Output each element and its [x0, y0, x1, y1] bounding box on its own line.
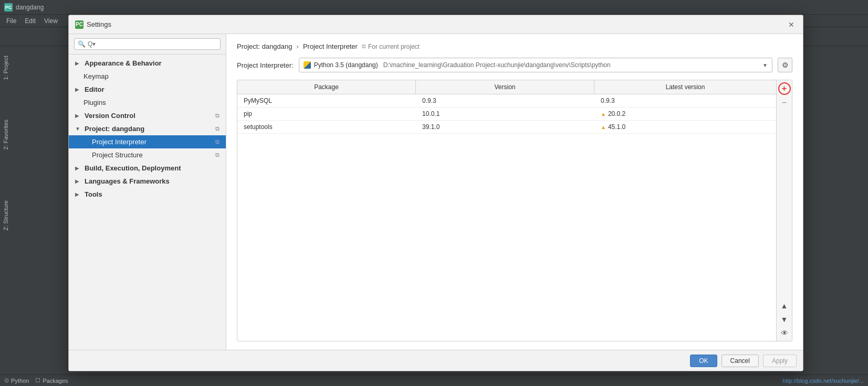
- upgrade-arrow-icon: ▲: [601, 124, 606, 130]
- sidebar-item-languages[interactable]: ▶ Languages & Frameworks: [69, 175, 226, 188]
- close-button[interactable]: ✕: [786, 19, 797, 30]
- sidebar-item-project-interpreter[interactable]: Project Interpreter ⧉: [69, 135, 226, 148]
- menu-file[interactable]: File: [3, 16, 19, 26]
- table-row[interactable]: setuptools 39.1.0 ▲ 45.1.0: [237, 121, 776, 134]
- sidebar-item-appearance[interactable]: ▶ Appearance & Behavior: [69, 57, 226, 70]
- sidebar-item-editor[interactable]: ▶ Editor: [69, 83, 226, 96]
- ide-app-title: dangdang: [16, 4, 44, 11]
- dialog-title-bar: PC Settings ✕: [69, 15, 803, 34]
- settings-nav: ▶ Appearance & Behavior Keymap ▶ Editor …: [69, 55, 226, 350]
- packages-table: Package Version Latest version PyMySQL 0…: [237, 80, 776, 341]
- eye-button[interactable]: 👁: [779, 327, 790, 339]
- package-name: PyMySQL: [237, 94, 416, 107]
- breadcrumb-page: Project Interpreter: [303, 42, 358, 50]
- chevron-icon: ▶: [75, 165, 81, 171]
- breadcrumb-project: Project: dangdang: [237, 42, 292, 50]
- settings-sidebar: 🔍 ▶ Appearance & Behavior Keymap: [69, 34, 226, 350]
- copy-icon: ⧉: [215, 152, 219, 158]
- interpreter-value: Python 3.5 (dangdang): [314, 61, 378, 69]
- sidebar-item-project[interactable]: ▼ Project: dangdang ⧉: [69, 122, 226, 135]
- upgrade-arrow-icon: ▲: [601, 111, 606, 117]
- package-latest: ▲ 20.0.2: [594, 108, 776, 120]
- search-wrapper[interactable]: 🔍: [74, 38, 221, 50]
- ide-bottom-bar: ⊙ Python ☐ Packages http://blog.csdn.net…: [0, 374, 868, 386]
- python-tab[interactable]: ⊙ Python: [4, 377, 29, 384]
- ok-button[interactable]: OK: [690, 355, 717, 367]
- col-package: Package: [237, 80, 416, 94]
- packages-table-wrapper: Package Version Latest version PyMySQL 0…: [237, 80, 792, 341]
- copy-icon: ⧉: [215, 125, 219, 132]
- interpreter-row: Project Interpreter: Python 3.5 (dangdan…: [237, 58, 792, 72]
- copy-icon-breadcrumb: ⧉: [362, 43, 366, 50]
- package-name: setuptools: [237, 121, 416, 133]
- package-version: 0.9.3: [416, 94, 594, 107]
- chevron-icon: ▼: [75, 126, 81, 132]
- chevron-icon: ▶: [75, 60, 81, 66]
- chevron-icon: ▶: [75, 191, 81, 197]
- settings-dialog: PC Settings ✕ 🔍 ▶ Appearanc: [68, 15, 803, 371]
- sidebar-item-tools[interactable]: ▶ Tools: [69, 188, 226, 201]
- packages-tab[interactable]: ☐ Packages: [35, 377, 68, 384]
- table-row[interactable]: pip 10.0.1 ▲ 20.0.2: [237, 108, 776, 121]
- add-package-button[interactable]: +: [778, 82, 791, 95]
- cancel-button[interactable]: Cancel: [721, 355, 759, 367]
- table-row[interactable]: PyMySQL 0.9.3 0.9.3: [237, 94, 776, 108]
- apply-button[interactable]: Apply: [763, 355, 797, 367]
- chevron-icon: ▶: [75, 178, 81, 184]
- table-header: Package Version Latest version: [237, 80, 776, 94]
- col-version: Version: [416, 80, 594, 94]
- tab-favorites[interactable]: 2: Favorites: [1, 115, 11, 154]
- remove-package-button[interactable]: −: [779, 97, 790, 109]
- copy-icon: ⧉: [215, 138, 219, 145]
- breadcrumb-for-current: ⧉ For current project: [362, 43, 420, 50]
- breadcrumb: Project: dangdang › Project Interpreter …: [237, 42, 792, 50]
- chevron-icon: ▶: [75, 113, 81, 119]
- chevron-icon: ▶: [75, 87, 81, 92]
- interpreter-path: D:\machine_learning\Graduation Project-x…: [383, 61, 611, 69]
- search-icon: 🔍: [78, 40, 86, 48]
- scroll-down-button[interactable]: ▼: [779, 314, 790, 325]
- dialog-title-icon: PC: [75, 20, 83, 29]
- sidebar-item-version-control[interactable]: ▶ Version Control ⧉: [69, 109, 226, 122]
- package-name: pip: [237, 108, 416, 120]
- package-latest: 0.9.3: [594, 94, 776, 107]
- sidebar-item-keymap[interactable]: Keymap: [69, 70, 226, 83]
- gear-button[interactable]: ⚙: [778, 58, 792, 72]
- dropdown-arrow-icon: ▼: [762, 62, 768, 68]
- tab-project[interactable]: 1: Project: [1, 51, 11, 84]
- settings-main-content: Project: dangdang › Project Interpreter …: [226, 34, 803, 350]
- ide-vertical-tabs: 1: Project 2: Favorites Z: Structure: [0, 46, 12, 374]
- python-icon: [304, 61, 311, 69]
- menu-edit[interactable]: Edit: [22, 16, 39, 26]
- package-latest: ▲ 45.1.0: [594, 121, 776, 133]
- col-latest: Latest version: [594, 80, 776, 94]
- copy-icon: ⧉: [215, 112, 219, 119]
- package-version: 10.0.1: [416, 108, 594, 120]
- table-actions: + − ▲ ▼ 👁: [776, 80, 792, 341]
- ide-app-icon: PC: [4, 3, 13, 12]
- breadcrumb-arrow: ›: [297, 42, 299, 50]
- search-input[interactable]: [88, 40, 217, 48]
- scroll-up-button[interactable]: ▲: [779, 300, 790, 312]
- tab-structure[interactable]: Z: Structure: [1, 196, 11, 234]
- menu-view[interactable]: View: [41, 16, 61, 26]
- status-url: http://blog.csdn.net/xuchunjie/...: [782, 378, 864, 384]
- sidebar-item-build[interactable]: ▶ Build, Execution, Deployment: [69, 162, 226, 175]
- interpreter-label: Project Interpreter:: [237, 61, 294, 69]
- package-version: 39.1.0: [416, 121, 594, 133]
- sidebar-item-project-structure[interactable]: Project Structure ⧉: [69, 148, 226, 162]
- interpreter-dropdown[interactable]: Python 3.5 (dangdang) D:\machine_learnin…: [299, 58, 772, 72]
- sidebar-item-plugins[interactable]: Plugins: [69, 96, 226, 109]
- dialog-title-text: Settings: [87, 20, 111, 28]
